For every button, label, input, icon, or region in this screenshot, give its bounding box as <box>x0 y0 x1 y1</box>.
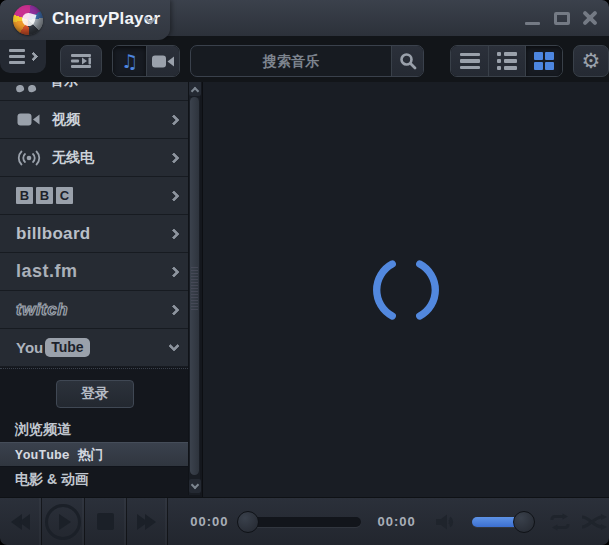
volume-button[interactable] <box>434 513 460 531</box>
magnifier-icon <box>399 52 417 70</box>
stop-button[interactable] <box>85 498 127 545</box>
main-menu-button[interactable] <box>0 40 46 73</box>
list-view-icon <box>460 53 480 70</box>
maximize-button[interactable] <box>551 7 573 29</box>
sidebar-item-youtube[interactable]: You Tube <box>0 329 190 367</box>
lastfm-logo: last.fm <box>16 261 78 282</box>
view-toggle-group <box>450 45 563 77</box>
sidebar-scrollbar[interactable] <box>188 82 200 495</box>
bbc-letter: B <box>16 187 33 204</box>
radio-waves-icon <box>16 150 42 166</box>
billboard-logo: billboard <box>16 224 90 244</box>
chevron-right-icon <box>168 304 179 315</box>
sidebar-item-radio[interactable]: 无线电 <box>0 139 190 177</box>
chevron-down-icon <box>191 481 199 489</box>
sidebar-item-label: 无线电 <box>52 149 94 167</box>
play-button[interactable] <box>42 498 85 545</box>
app-title-tab[interactable]: CherryPlayer <box>0 0 170 40</box>
seek-slider-thumb[interactable] <box>237 511 259 533</box>
view-grid-button[interactable] <box>525 46 562 76</box>
fast-forward-icon <box>137 514 156 530</box>
submenu-item-youtube-trending[interactable]: YouTube 热门 <box>0 442 190 467</box>
detail-view-icon <box>497 52 517 70</box>
sidebar-item-billboard[interactable]: billboard <box>0 215 190 253</box>
music-note-icon <box>16 85 36 92</box>
stop-icon <box>97 513 114 530</box>
submenu-item-movies-animation[interactable]: 电影 & 动画 <box>0 467 190 492</box>
settings-button[interactable]: ⚙ <box>573 45 609 77</box>
video-camera-icon <box>16 112 42 127</box>
volume-slider[interactable] <box>472 517 527 527</box>
scroll-down-button[interactable] <box>189 479 201 493</box>
playlist-icon <box>70 53 92 69</box>
minimize-icon <box>525 22 540 25</box>
scrollbar-grip <box>191 267 198 311</box>
duration-time: 00:00 <box>377 514 415 529</box>
youtube-logo-you: You <box>16 339 43 356</box>
cherryplayer-logo-icon <box>13 5 43 35</box>
youtube-logo: You Tube <box>16 338 90 357</box>
chevron-down-icon <box>168 340 179 351</box>
loading-spinner-icon <box>364 248 448 332</box>
media-mode-toggle: ♫ <box>112 45 180 77</box>
chevron-up-icon <box>191 86 199 94</box>
play-icon <box>45 504 81 540</box>
rewind-button[interactable] <box>0 498 42 545</box>
submenu-item-browse-channels[interactable]: 浏览频道 <box>0 417 190 442</box>
forward-button[interactable] <box>127 498 169 545</box>
chevron-right-icon <box>168 190 179 201</box>
music-note-icon: ♫ <box>121 52 138 71</box>
elapsed-time: 00:00 <box>190 514 228 529</box>
search-input[interactable] <box>191 46 391 76</box>
scroll-up-button[interactable] <box>189 82 201 96</box>
grid-view-icon <box>534 52 554 70</box>
repeat-button[interactable] <box>547 513 573 531</box>
search-button[interactable] <box>391 46 423 76</box>
login-button[interactable]: 登录 <box>56 380 134 408</box>
sidebar-item-music[interactable]: 音乐 <box>0 82 190 101</box>
sidebar-item-twitch[interactable]: twitch <box>0 291 190 329</box>
sidebar-item-label: 视频 <box>52 111 80 129</box>
search-box <box>190 45 424 77</box>
bbc-letter: C <box>56 187 73 204</box>
shuffle-icon <box>581 513 609 531</box>
minimize-button[interactable] <box>521 7 543 29</box>
speaker-icon <box>434 513 460 531</box>
chevron-right-icon <box>168 114 179 125</box>
player-view <box>202 82 609 497</box>
playback-controlbar: 00:00 00:00 <box>0 497 609 545</box>
youtube-logo-tube: Tube <box>45 338 89 357</box>
youtube-submenu: 登录 浏览频道 YouTube 热门 电影 & 动画 <box>0 368 190 497</box>
volume-slider-thumb[interactable] <box>513 511 535 533</box>
sidebar-item-lastfm[interactable]: last.fm <box>0 253 190 291</box>
cherryplayer-window: CherryPlayer ♫ <box>0 0 609 545</box>
playlist-button[interactable] <box>60 45 102 77</box>
close-icon <box>582 10 598 26</box>
view-detail-button[interactable] <box>488 46 525 76</box>
chevron-right-icon <box>168 152 179 163</box>
hamburger-icon <box>9 49 25 64</box>
seek-slider[interactable] <box>240 517 361 527</box>
bbc-letter: B <box>36 187 53 204</box>
close-button[interactable] <box>579 7 601 29</box>
twitch-logo: twitch <box>16 300 68 320</box>
bbc-logo: B B C <box>16 187 73 204</box>
sidebar-item-video[interactable]: 视频 <box>0 101 190 139</box>
scrollbar-thumb[interactable] <box>190 97 199 475</box>
music-mode-button[interactable]: ♫ <box>113 46 146 76</box>
view-list-button[interactable] <box>451 46 488 76</box>
shuffle-button[interactable] <box>581 513 609 531</box>
chevron-right-icon <box>168 228 179 239</box>
video-mode-button[interactable] <box>146 46 179 76</box>
sidebar-item-bbc[interactable]: B B C <box>0 177 190 215</box>
video-camera-icon <box>152 54 175 69</box>
maximize-icon <box>554 12 570 25</box>
sidebar: 音乐 视频 <box>0 82 202 497</box>
chevron-right-icon <box>29 52 39 62</box>
gear-icon: ⚙ <box>582 51 601 72</box>
content-area: 音乐 视频 <box>0 82 609 497</box>
repeat-icon <box>547 513 573 531</box>
rewind-icon <box>11 514 30 530</box>
sidebar-item-label: 音乐 <box>50 82 78 90</box>
toolbar: ♫ <box>0 40 609 82</box>
